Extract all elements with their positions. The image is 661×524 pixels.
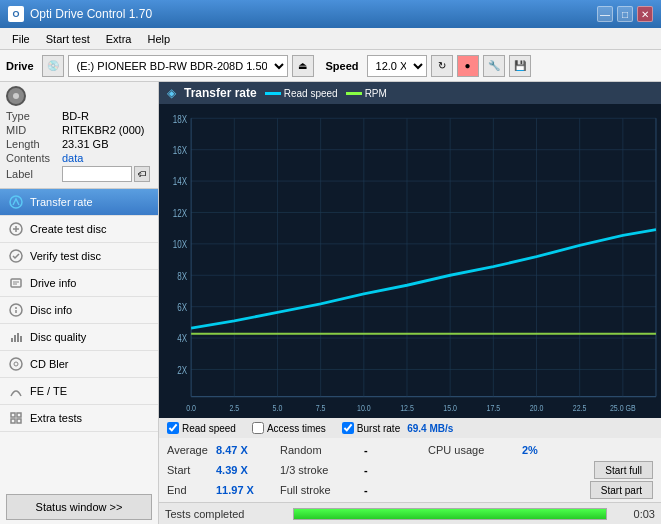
window-controls: — □ ✕: [597, 6, 653, 22]
speed-label: Speed: [326, 60, 359, 72]
drive-info-icon: [8, 275, 24, 291]
svg-rect-18: [17, 413, 21, 417]
end-label: End: [167, 484, 212, 496]
svg-text:0.0: 0.0: [186, 402, 196, 414]
drive-label: Drive: [6, 60, 34, 72]
end-value: 11.97 X: [216, 484, 276, 496]
random-label: Random: [280, 444, 360, 456]
svg-rect-17: [11, 413, 15, 417]
cpu-value: 2%: [522, 444, 538, 456]
svg-point-15: [10, 358, 22, 370]
stats-row-2: Start 4.39 X 1/3 stroke - Start full: [167, 460, 653, 480]
close-button[interactable]: ✕: [637, 6, 653, 22]
svg-rect-12: [14, 335, 16, 342]
burst-rate-value: 69.4 MB/s: [407, 423, 453, 434]
disc-label-button[interactable]: 🏷: [134, 166, 150, 182]
tools-button[interactable]: 🔧: [483, 55, 505, 77]
record-button[interactable]: ●: [457, 55, 479, 77]
disc-contents-row: Contents data: [6, 152, 152, 164]
start-part-button[interactable]: Start part: [590, 481, 653, 499]
svg-text:12X: 12X: [173, 206, 188, 219]
nav-disc-info[interactable]: Disc info: [0, 297, 158, 324]
nav-disc-info-label: Disc info: [30, 304, 72, 316]
svg-text:22.5: 22.5: [573, 402, 587, 414]
disc-panel: transfer-rate Type BD-R MID RITEKBR2 (00…: [0, 82, 158, 189]
save-button[interactable]: 💾: [509, 55, 531, 77]
nav-drive-info[interactable]: Drive info: [0, 270, 158, 297]
svg-text:10X: 10X: [173, 238, 188, 251]
nav-drive-info-label: Drive info: [30, 277, 76, 289]
full-stroke-label: Full stroke: [280, 484, 360, 496]
svg-text:2.5: 2.5: [229, 402, 239, 414]
nav-extra-tests[interactable]: Extra tests: [0, 405, 158, 432]
stats-area: Average 8.47 X Random - CPU usage 2% Sta…: [159, 438, 661, 502]
verify-test-disc-icon: [8, 248, 24, 264]
disc-mid-label: MID: [6, 124, 62, 136]
average-value: 8.47 X: [216, 444, 276, 456]
toolbar: Drive 💿 (E:) PIONEER BD-RW BDR-208D 1.50…: [0, 50, 661, 82]
eject-button[interactable]: ⏏: [292, 55, 314, 77]
start-full-button[interactable]: Start full: [594, 461, 653, 479]
stats-row-1: Average 8.47 X Random - CPU usage 2%: [167, 440, 653, 460]
legend-read-label: Read speed: [284, 88, 338, 99]
nav-fe-te[interactable]: FE / TE: [0, 378, 158, 405]
access-times-checkbox[interactable]: [252, 422, 264, 434]
chart-controls: Read speed Access times Burst rate 69.4 …: [159, 418, 661, 438]
svg-text:16X: 16X: [173, 144, 188, 157]
legend-rpm-color: [346, 92, 362, 95]
svg-rect-13: [17, 333, 19, 342]
svg-text:10.0: 10.0: [357, 402, 371, 414]
chart-title: Transfer rate: [184, 86, 257, 100]
menu-help[interactable]: Help: [139, 31, 178, 47]
main-area: transfer-rate Type BD-R MID RITEKBR2 (00…: [0, 82, 661, 524]
nav-transfer-rate[interactable]: Transfer rate: [0, 189, 158, 216]
speed-select[interactable]: 12.0 X ∨: [367, 55, 427, 77]
status-bar: Tests completed 0:03: [159, 502, 661, 524]
extra-tests-icon: [8, 410, 24, 426]
nav-disc-quality-label: Disc quality: [30, 331, 86, 343]
drive-select[interactable]: (E:) PIONEER BD-RW BDR-208D 1.50: [68, 55, 288, 77]
disc-length-row: Length 23.31 GB: [6, 138, 152, 150]
svg-rect-5: [11, 279, 21, 287]
disc-label-input[interactable]: [62, 166, 132, 182]
nav-cd-bler[interactable]: CD Bler: [0, 351, 158, 378]
transfer-rate-icon: [8, 194, 24, 210]
progress-bar: [294, 509, 606, 519]
nav-extra-tests-label: Extra tests: [30, 412, 82, 424]
disc-panel-header: transfer-rate: [6, 86, 152, 106]
menu-extra[interactable]: Extra: [98, 31, 140, 47]
status-time: 0:03: [615, 508, 655, 520]
status-window-button[interactable]: Status window >>: [6, 494, 152, 520]
read-speed-checkbox[interactable]: [167, 422, 179, 434]
disc-contents-label: Contents: [6, 152, 62, 164]
chart-title-icon: ◈: [167, 86, 176, 100]
nav-verify-test-disc[interactable]: Verify test disc: [0, 243, 158, 270]
start-label: Start: [167, 464, 212, 476]
cpu-label: CPU usage: [428, 444, 518, 456]
maximize-button[interactable]: □: [617, 6, 633, 22]
disc-contents-value: data: [62, 152, 83, 164]
nav-create-test-disc[interactable]: Create test disc: [0, 216, 158, 243]
menu-start-test[interactable]: Start test: [38, 31, 98, 47]
disc-mid-value: RITEKBR2 (000): [62, 124, 145, 136]
read-speed-check-item: Read speed: [167, 422, 236, 434]
create-test-disc-icon: [8, 221, 24, 237]
average-label: Average: [167, 444, 212, 456]
legend-rpm: RPM: [346, 88, 387, 99]
minimize-button[interactable]: —: [597, 6, 613, 22]
access-times-check-label: Access times: [267, 423, 326, 434]
disc-quality-icon: [8, 329, 24, 345]
disc-label-label: Label: [6, 168, 62, 180]
menu-file[interactable]: File: [4, 31, 38, 47]
refresh-button[interactable]: ↻: [431, 55, 453, 77]
svg-rect-19: [11, 419, 15, 423]
nav-disc-quality[interactable]: Disc quality: [0, 324, 158, 351]
random-value: -: [364, 444, 424, 456]
svg-text:8X: 8X: [177, 269, 187, 282]
svg-text:2X: 2X: [177, 363, 187, 376]
stroke13-value: -: [364, 464, 424, 476]
burst-rate-checkbox[interactable]: [342, 422, 354, 434]
legend-read-color: [265, 92, 281, 95]
stats-row-3: End 11.97 X Full stroke - Start part: [167, 480, 653, 500]
svg-text:20.0: 20.0: [530, 402, 544, 414]
